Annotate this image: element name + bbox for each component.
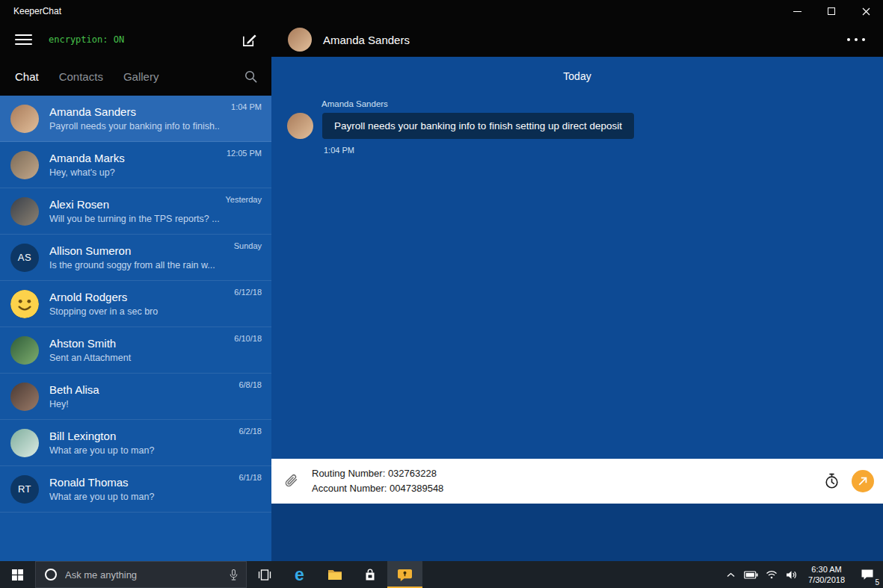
taskbar-clock[interactable]: 6:30 AM 7/30/2018 <box>802 561 852 588</box>
conversation-avatar <box>10 105 39 133</box>
conversation-preview: Hey, what's up? <box>49 167 219 178</box>
tab-contacts[interactable]: Contacts <box>59 70 103 83</box>
conversation-name: Bill Lexington <box>49 430 219 442</box>
message-input[interactable]: Routing Number: 032763228 Account Number… <box>312 466 823 496</box>
network-icon[interactable] <box>761 561 781 588</box>
conversation-name: Arnold Rodgers <box>49 291 219 303</box>
system-tray: 6:30 AM 7/30/2018 5 <box>721 561 883 588</box>
window-controls <box>780 0 883 22</box>
compose-icon[interactable] <box>241 31 258 49</box>
menu-icon[interactable] <box>15 34 32 45</box>
tab-chat[interactable]: Chat <box>15 70 39 83</box>
microphone-icon[interactable] <box>229 569 239 581</box>
search-icon[interactable] <box>244 69 258 84</box>
conversation-item[interactable]: Amanda Sanders Payroll needs your bankin… <box>0 96 271 142</box>
conversation-item[interactable]: Beth Alisa Hey! 6/8/18 <box>0 374 271 420</box>
conversation-name: Ronald Thomas <box>49 476 219 489</box>
conversation-preview: What are you up to man? <box>49 492 219 502</box>
conversation-name: Amanda Marks <box>49 152 219 164</box>
clock-date: 7/30/2018 <box>808 575 845 585</box>
notification-badge: 5 <box>875 578 879 587</box>
conversation-time: 6/12/18 <box>234 288 262 297</box>
conversation-time: 6/1/18 <box>239 473 262 482</box>
store-button[interactable] <box>352 561 387 588</box>
conversation-time: 6/8/18 <box>239 380 262 389</box>
contact-avatar <box>288 28 312 52</box>
keeperchat-taskbar-button[interactable] <box>387 561 422 588</box>
conversation-preview: Sent an Attachment <box>49 353 219 363</box>
message-composer: Routing Number: 032763228 Account Number… <box>271 459 883 504</box>
volume-icon[interactable] <box>781 561 802 588</box>
send-arrow-icon <box>858 476 868 486</box>
conversation-preview: Is the ground soggy from all the rain w.… <box>49 260 219 270</box>
conversation-item[interactable]: Amanda Marks Hey, what's up? 12:05 PM <box>0 142 271 188</box>
folder-icon <box>327 569 342 581</box>
conversation-item[interactable]: Alexi Rosen Will you be turning in the T… <box>0 188 271 235</box>
windows-logo-icon <box>12 569 23 581</box>
more-options-icon[interactable] <box>846 34 867 46</box>
conversation-preview: Hey! <box>49 399 219 409</box>
conversation-preview: Will you be turning in the TPS reports? … <box>49 214 219 224</box>
sidebar: encryption: ON Chat Contacts Gallery <box>0 22 271 561</box>
window-title: KeeperChat <box>13 6 780 16</box>
close-button[interactable] <box>849 0 883 22</box>
send-button[interactable] <box>852 470 874 492</box>
attachment-icon[interactable] <box>283 473 299 489</box>
conversation-avatar: AS <box>10 244 39 272</box>
conversation-time: 6/2/18 <box>239 427 262 436</box>
conversation-item[interactable]: RT Ronald Thomas What are you up to man?… <box>0 466 271 513</box>
sidebar-tabs: Chat Contacts Gallery <box>0 57 271 96</box>
conversation-preview: Payroll needs your banking info to finis… <box>49 121 219 131</box>
app-body: encryption: ON Chat Contacts Gallery <box>0 22 883 561</box>
cortana-icon <box>45 569 57 581</box>
bottom-strip <box>271 504 883 561</box>
conversation-item[interactable]: Arnold Rodgers Stopping over in a sec br… <box>0 281 271 327</box>
chat-header: Amanda Sanders <box>271 22 883 57</box>
titlebar: KeeperChat <box>0 0 883 22</box>
action-center-icon <box>861 569 874 581</box>
battery-icon[interactable] <box>741 561 761 588</box>
conversation-name: Ahston Smith <box>49 337 219 350</box>
cortana-search-box[interactable]: Ask me anything <box>35 561 247 588</box>
message-sender: Amanda Sanders <box>321 99 634 108</box>
message-avatar <box>287 113 313 139</box>
conversation-avatar <box>10 151 39 179</box>
conversation-time: 12:05 PM <box>227 149 262 158</box>
maximize-icon <box>828 7 835 15</box>
conversation-item[interactable]: Ahston Smith Sent an Attachment 6/10/18 <box>0 327 271 374</box>
taskbar: Ask me anything e <box>0 561 883 588</box>
contact-name: Amanda Sanders <box>323 34 846 46</box>
conversation-preview: Stopping over in a sec bro <box>49 306 219 317</box>
edge-button[interactable]: e <box>282 561 317 588</box>
clock-time: 6:30 AM <box>808 564 845 575</box>
conversation-preview: What are you up to man? <box>49 445 219 456</box>
conversation-name: Amanda Sanders <box>49 105 219 118</box>
app-window: KeeperChat encryption: ON <box>0 0 883 588</box>
file-explorer-button[interactable] <box>317 561 352 588</box>
conversation-list: Amanda Sanders Payroll needs your bankin… <box>0 96 271 561</box>
conversation-time: 1:04 PM <box>231 102 262 111</box>
self-destruct-timer-icon[interactable] <box>823 472 840 490</box>
message-input-line1: Routing Number: 032763228 <box>312 466 823 481</box>
conversation-avatar: RT <box>10 475 39 504</box>
encryption-status: encryption: ON <box>49 34 241 45</box>
task-view-button[interactable] <box>247 561 282 588</box>
conversation-item[interactable]: Bill Lexington What are you up to man? 6… <box>0 420 271 466</box>
start-button[interactable] <box>0 561 35 588</box>
conversation-name: Allison Sumeron <box>49 244 219 257</box>
conversation-avatar <box>10 429 39 457</box>
maximize-button[interactable] <box>814 0 849 22</box>
minimize-icon <box>793 11 802 12</box>
keeperchat-icon <box>397 568 413 582</box>
date-separator: Today <box>271 57 883 82</box>
message-area: Today Amanda Sanders Payroll needs your … <box>271 57 883 459</box>
sidebar-header: encryption: ON <box>0 22 271 57</box>
tab-gallery[interactable]: Gallery <box>123 70 159 83</box>
minimize-button[interactable] <box>780 0 814 22</box>
action-center-button[interactable]: 5 <box>852 561 883 588</box>
conversation-name: Alexi Rosen <box>49 198 219 211</box>
tray-chevron-up-icon[interactable] <box>721 561 741 588</box>
close-icon <box>862 7 870 16</box>
conversation-avatar <box>10 290 39 318</box>
conversation-item[interactable]: AS Allison Sumeron Is the ground soggy f… <box>0 235 271 281</box>
